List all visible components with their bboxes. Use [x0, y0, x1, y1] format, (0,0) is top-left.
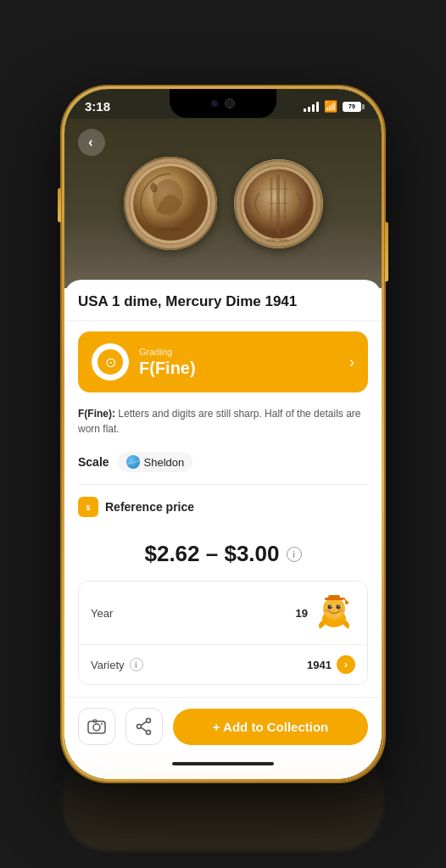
coin-obverse-svg: ONE DIME [124, 157, 217, 250]
svg-point-37 [147, 731, 151, 735]
share-icon [135, 717, 153, 736]
svg-point-38 [137, 725, 142, 729]
scale-badge[interactable]: Sheldon [118, 452, 193, 472]
content-area: USA 1 dime, Mercury Dime 1941 ⊙ Grading … [64, 280, 382, 697]
coin-image-area: ‹ [64, 119, 382, 288]
signal-icon [304, 102, 319, 112]
svg-point-31 [345, 601, 348, 604]
grading-card[interactable]: ⊙ Grading F(Fine) › [78, 331, 368, 392]
grading-value: F(Fine) [139, 359, 339, 378]
status-time: 3:18 [85, 99, 110, 114]
reference-section: $ Reference price [64, 485, 382, 534]
coins-container: ONE DIME [124, 157, 323, 250]
svg-point-23 [337, 605, 341, 609]
phone-frame: 3:18 📶 79 [62, 86, 384, 782]
camera-button[interactable] [78, 708, 115, 745]
variety-info-icon[interactable]: i [130, 658, 143, 671]
coin-reverse: ONE DIME [234, 159, 323, 248]
status-icons: 📶 79 [304, 100, 361, 113]
globe-icon [126, 455, 140, 469]
svg-point-35 [101, 723, 103, 725]
svg-point-27 [338, 609, 343, 612]
year-value: 19 [296, 592, 355, 634]
svg-text:ONE DIME: ONE DIME [267, 238, 287, 242]
grading-text: Grading F(Fine) [139, 347, 339, 378]
variety-nav-icon[interactable]: › [337, 655, 355, 674]
svg-line-40 [141, 727, 147, 732]
scale-row: Scale Sheldon [64, 447, 382, 484]
add-to-collection-button[interactable]: + Add to Collection [173, 709, 368, 745]
svg-point-33 [93, 724, 100, 731]
share-button[interactable] [125, 708, 163, 745]
svg-point-25 [338, 605, 340, 607]
year-key: Year [91, 607, 113, 620]
scale-name: Sheldon [144, 456, 185, 469]
svg-line-39 [141, 721, 147, 726]
back-button[interactable]: ‹ [78, 129, 105, 156]
grading-description: F(Fine): Letters and digits are still sh… [64, 403, 382, 447]
price-range-value: $2.62 – $3.00 [144, 541, 279, 567]
reference-price-label: Reference price [105, 500, 194, 514]
coin-title: USA 1 dime, Mercury Dime 1941 [64, 280, 382, 321]
mascot-image [313, 592, 355, 634]
phone-reflection [62, 749, 384, 851]
grading-symbol-icon: ⊙ [105, 354, 116, 370]
coin-reverse-svg: ONE DIME [234, 159, 323, 248]
details-table: Year 19 [78, 581, 368, 685]
notch-sensor [211, 100, 218, 107]
grading-label: Grading [139, 347, 339, 357]
camera-icon [87, 717, 106, 736]
battery-icon: 79 [343, 102, 361, 112]
variety-value: 1941 › [307, 655, 355, 674]
svg-rect-32 [88, 721, 105, 733]
svg-point-26 [325, 609, 330, 612]
svg-point-36 [147, 719, 151, 723]
wifi-icon: 📶 [324, 100, 337, 113]
grading-arrow-icon: › [349, 353, 354, 371]
ref-icon: $ [78, 497, 98, 517]
coin-obverse: ONE DIME [124, 157, 217, 250]
back-chevron-icon: ‹ [88, 136, 92, 149]
notch [170, 89, 276, 118]
svg-point-22 [328, 605, 332, 609]
scale-label: Scale [78, 455, 109, 469]
ref-currency-icon: $ [82, 501, 94, 513]
price-info-icon[interactable]: i [287, 547, 302, 562]
mascot-svg [313, 592, 355, 634]
variety-key: Variety i [91, 658, 143, 671]
svg-rect-29 [328, 595, 340, 598]
table-row[interactable]: Variety i 1941 › [79, 645, 367, 684]
svg-text:ONE DIME: ONE DIME [158, 227, 182, 232]
add-collection-label: + Add to Collection [213, 720, 329, 734]
table-row: Year 19 [79, 581, 367, 645]
price-range: $2.62 – $3.00 i [64, 534, 382, 581]
svg-text:$: $ [86, 504, 90, 512]
reference-header: $ Reference price [78, 497, 368, 517]
notch-camera [225, 98, 235, 108]
grading-icon: ⊙ [92, 343, 129, 381]
svg-point-24 [330, 605, 332, 607]
